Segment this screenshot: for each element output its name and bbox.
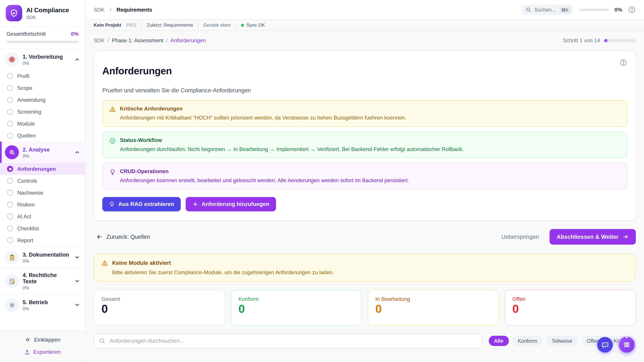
filter-chip-teilweise[interactable]: Teilweise — [546, 336, 578, 346]
sidebar-section-rechtliche-texte[interactable]: 4. Rechtliche Texte 0% — [0, 268, 85, 294]
alert-status-workflow: Status-Workflow Anforderungen durchlaufe… — [102, 132, 627, 158]
sidebar-item-risiken[interactable]: Risiken — [0, 199, 85, 211]
section-progress: 0% — [23, 258, 71, 263]
wizard-crumb-phase[interactable]: Phase 1: Assessment — [112, 37, 163, 43]
project-name: Kein Projekt — [94, 23, 121, 27]
section-title: 5. Betrieb — [23, 299, 71, 305]
section-title: 3. Dokumentation — [23, 251, 71, 258]
memo-icon — [5, 274, 19, 288]
sidebar-item-checklist[interactable]: Checklist — [0, 222, 85, 234]
sidebar-item-report[interactable]: Report — [0, 234, 85, 246]
finish-next-label: Abschliessen & Weiter — [556, 233, 618, 240]
chevron-right-icon — [108, 7, 113, 12]
section-title: 1. Vorbereitung — [23, 54, 71, 60]
sync-status: Sync OK — [241, 23, 265, 27]
filter-row: Alle Konform Teilweise Offen Kritisch — [94, 334, 636, 349]
columns-fab-button[interactable] — [618, 336, 636, 354]
sidebar-item-label: Risiken — [17, 201, 35, 208]
wizard-crumb-root[interactable]: SDK — [94, 37, 104, 43]
lightbulb-icon — [109, 169, 116, 184]
sidebar-item-label: Quellen — [17, 133, 36, 139]
back-button[interactable]: Zurueck: Quellen — [94, 233, 152, 241]
breadcrumb-root[interactable]: SDK — [94, 6, 104, 13]
step-progress-dot — [604, 39, 608, 42]
no-modules-warning: Keine Module aktiviert Bitte aktivieren … — [94, 254, 636, 282]
card-actions: Aus RAG extrahieren Anforderung hinzufue… — [102, 197, 627, 211]
step-radio — [7, 213, 13, 220]
sidebar-section-vorbereitung[interactable]: 1. Vorbereitung 0% — [0, 49, 85, 70]
section-progress: 0% — [23, 285, 71, 290]
sidebar-item-label: Screening — [17, 109, 41, 115]
app-screen: AI Compliance SDK Gesamtfortschritt 0% — [0, 0, 644, 362]
alert-crud-operations: CRUD-Operationen Anforderungen koennen e… — [102, 163, 627, 190]
filter-chip-alle[interactable]: Alle — [489, 336, 509, 346]
sidebar-item-scope[interactable]: Scope — [0, 82, 85, 94]
card-help-icon[interactable] — [619, 59, 627, 66]
wizard-nav: Zurueck: Quellen Ueberspringen Abschlies… — [94, 229, 636, 245]
clipboard-icon — [5, 250, 19, 264]
warning-triangle-icon — [102, 260, 108, 266]
section-title: 2. Analyse — [23, 146, 71, 152]
page-subtitle: Pruefen und verwalten Sie die Compliance… — [102, 87, 627, 94]
sidebar-item-anwendung[interactable]: Anwendung — [0, 94, 85, 106]
sidebar-section-dokumentation[interactable]: 3. Dokumentation 0% — [0, 246, 85, 268]
main-area: SDK Requirements Suchen... ⌘K 0% — [85, 0, 644, 362]
export-button[interactable]: Exportieren — [22, 349, 63, 356]
sidebar-item-ai-act[interactable]: AI Act — [0, 211, 85, 222]
alert-text: Anforderungen koennen erstellt, bearbeit… — [120, 177, 409, 184]
step-radio — [7, 97, 13, 103]
step-radio — [7, 201, 13, 208]
overall-progress-label: Gesamtfortschritt — [6, 31, 46, 37]
sidebar-item-nachweise[interactable]: Nachweise — [0, 187, 85, 199]
sidebar-section-analyse[interactable]: 2. Analyse 0% — [0, 142, 85, 163]
sidebar-item-profil[interactable]: Profil — [0, 70, 85, 82]
chevron-down-icon — [74, 278, 80, 284]
sidebar-item-quellen[interactable]: Quellen — [0, 130, 85, 142]
app-identity: AI Compliance SDK — [26, 7, 69, 19]
warning-title: Keine Module aktiviert — [112, 260, 171, 266]
sidebar-section-betrieb[interactable]: 5. Betrieb 0% — [0, 294, 85, 316]
help-icon[interactable] — [628, 6, 636, 13]
step-label: Schritt 1 von 14 — [563, 37, 600, 43]
last-visited: Zuletzt: Requirements — [147, 23, 193, 27]
extract-from-rag-button[interactable]: Aus RAG extrahieren — [102, 197, 180, 211]
sidebar-item-label: Controls — [17, 178, 37, 184]
check-circle-icon — [109, 137, 116, 153]
sync-label: Sync OK — [246, 23, 265, 27]
header-progress-value: 0% — [614, 6, 622, 13]
header-progress-bar — [579, 8, 609, 11]
sidebar-item-screening[interactable]: Screening — [0, 106, 85, 118]
chevron-down-icon — [74, 254, 80, 260]
collapse-sidebar-button[interactable]: Einklappen — [22, 336, 63, 343]
columns-icon — [623, 341, 630, 349]
sidebar-item-module[interactable]: Module — [0, 118, 85, 130]
sidebar-item-anforderungen[interactable]: Anforderungen — [0, 163, 85, 175]
global-search[interactable]: Suchen... ⌘K — [522, 4, 574, 15]
section-progress: 0% — [23, 306, 71, 311]
status-bar: Kein Projekt V001 | Zuletzt: Requirement… — [85, 20, 644, 31]
info-alerts: Kritische Anforderungen Anforderungen mi… — [102, 100, 627, 190]
chevrons-left-icon — [25, 337, 31, 343]
target-icon — [5, 52, 19, 66]
step-progress-bar — [604, 39, 636, 42]
requirements-search-input[interactable] — [109, 338, 477, 345]
chat-fab-button[interactable] — [597, 337, 613, 353]
step-radio-checked — [7, 166, 13, 172]
stat-label: Gesamt — [102, 296, 217, 302]
sidebar-item-label: Module — [17, 121, 35, 127]
search-shortcut-badge: ⌘K — [559, 7, 570, 12]
add-requirement-label: Anforderung hinzufuegen — [202, 201, 269, 207]
sidebar-item-label: Report — [17, 237, 33, 244]
add-requirement-button[interactable]: Anforderung hinzufuegen — [186, 197, 276, 211]
divider: | — [141, 23, 142, 27]
sidebar-item-label: Nachweise — [17, 190, 44, 196]
finish-next-button[interactable]: Abschliessen & Weiter — [550, 229, 636, 245]
filter-chip-konform[interactable]: Konform — [512, 336, 542, 346]
skip-button[interactable]: Ueberspringen — [499, 233, 541, 241]
search-placeholder: Suchen... — [534, 7, 556, 12]
sidebar-item-label: Profil — [17, 73, 30, 79]
section-progress: 0% — [23, 153, 71, 158]
sidebar-item-controls[interactable]: Controls — [0, 175, 85, 187]
wizard-crumb-current: Anforderungen — [170, 37, 206, 43]
sidebar-nav: 1. Vorbereitung 0% Profil Scope Anwendun… — [0, 49, 85, 330]
